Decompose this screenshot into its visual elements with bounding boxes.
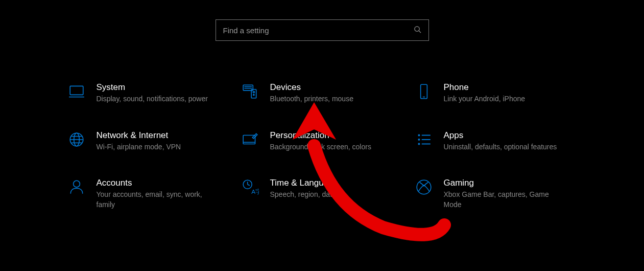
search-icon xyxy=(414,26,421,35)
search-box[interactable] xyxy=(216,19,429,41)
category-desc: Wi-Fi, airplane mode, VPN xyxy=(97,142,220,152)
svg-text:A字: A字 xyxy=(251,188,259,195)
category-phone[interactable]: Phone Link your Android, iPhone xyxy=(414,82,583,104)
category-desc: Background, lock screen, colors xyxy=(270,142,394,152)
category-desc: Link your Android, iPhone xyxy=(444,94,567,104)
category-accounts[interactable]: Accounts Your accounts, email, sync, wor… xyxy=(67,177,235,210)
svg-point-30 xyxy=(417,180,431,195)
category-title: Accounts xyxy=(97,177,220,189)
svg-rect-10 xyxy=(420,84,427,99)
category-desc: Your accounts, email, sync, work, family xyxy=(97,190,220,210)
category-title: System xyxy=(97,82,220,93)
devices-icon xyxy=(241,82,260,101)
svg-point-9 xyxy=(253,94,254,95)
svg-point-21 xyxy=(418,139,419,140)
apps-icon xyxy=(414,130,434,149)
category-title: Phone xyxy=(444,82,567,93)
category-network[interactable]: Network & Internet Wi-Fi, airplane mode,… xyxy=(67,130,235,152)
search-container xyxy=(0,0,644,41)
category-title: Personalization xyxy=(270,130,394,141)
globe-icon xyxy=(67,130,86,149)
svg-point-25 xyxy=(73,181,80,188)
system-icon xyxy=(67,82,86,101)
category-desc: Xbox Game Bar, captures, Game Mode xyxy=(444,190,567,210)
svg-point-0 xyxy=(414,27,419,31)
svg-line-1 xyxy=(419,31,421,33)
paint-icon xyxy=(241,130,260,149)
category-title: Network & Internet xyxy=(97,130,220,141)
person-icon xyxy=(67,177,86,197)
category-time-language[interactable]: A字 Time & Language Speech, region, date xyxy=(241,177,409,210)
settings-grid: System Display, sound, notifications, po… xyxy=(0,82,644,210)
category-title: Apps xyxy=(444,130,567,141)
xbox-icon xyxy=(414,177,434,197)
category-devices[interactable]: Devices Bluetooth, printers, mouse xyxy=(241,82,409,104)
svg-rect-2 xyxy=(70,86,83,95)
svg-line-28 xyxy=(247,185,249,186)
category-title: Time & Language xyxy=(270,177,394,189)
category-gaming[interactable]: Gaming Xbox Game Bar, captures, Game Mod… xyxy=(414,177,583,210)
category-desc: Speech, region, date xyxy=(270,190,394,200)
time-language-icon: A字 xyxy=(241,177,260,197)
category-title: Devices xyxy=(270,82,394,93)
category-desc: Display, sound, notifications, power xyxy=(97,94,220,104)
category-apps[interactable]: Apps Uninstall, defaults, optional featu… xyxy=(414,130,583,152)
search-input[interactable] xyxy=(223,26,414,35)
svg-point-8 xyxy=(253,91,254,93)
category-desc: Uninstall, defaults, optional features xyxy=(444,142,567,152)
category-personalization[interactable]: Personalization Background, lock screen,… xyxy=(241,130,409,152)
svg-point-19 xyxy=(418,134,419,136)
category-desc: Bluetooth, printers, mouse xyxy=(270,94,394,104)
category-system[interactable]: System Display, sound, notifications, po… xyxy=(67,82,235,104)
category-title: Gaming xyxy=(444,177,567,189)
svg-point-23 xyxy=(418,143,419,144)
phone-icon xyxy=(414,82,434,101)
